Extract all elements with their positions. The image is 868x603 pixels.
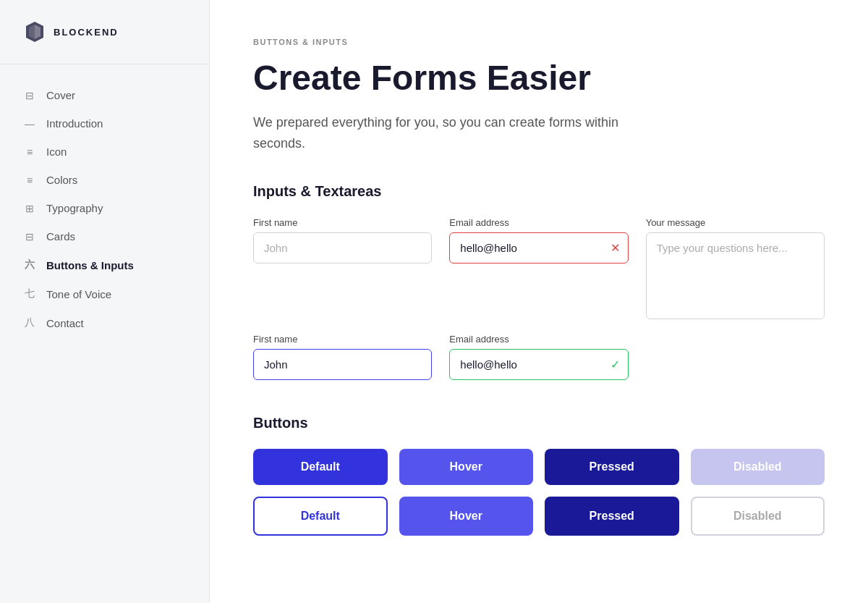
inputs-section-title: Inputs & Textareas bbox=[253, 183, 825, 200]
inputs-section: Inputs & Textareas First name Email addr… bbox=[253, 183, 825, 380]
logo-text: BLOCKEND bbox=[54, 27, 119, 38]
icon-icon: ≡ bbox=[23, 146, 36, 158]
cover-icon: ⊟ bbox=[23, 90, 36, 101]
btn-primary-disabled: Disabled bbox=[691, 449, 825, 485]
typography-icon: ⊞ bbox=[23, 203, 36, 214]
sidebar: BLOCKEND ⊟ Cover — Introduction ≡ Icon ≡… bbox=[0, 0, 210, 603]
sidebar-item-label-cover: Cover bbox=[46, 89, 75, 101]
first-name-input-2[interactable] bbox=[253, 349, 432, 380]
first-name-label-2: First name bbox=[253, 334, 432, 345]
sidebar-item-icon[interactable]: ≡ Icon bbox=[0, 138, 209, 165]
sidebar-item-label-icon: Icon bbox=[46, 146, 67, 158]
logo: BLOCKEND bbox=[0, 0, 209, 64]
sidebar-divider bbox=[0, 64, 209, 64]
email-group-1: Email address ✕ bbox=[449, 217, 628, 319]
email-input-2[interactable] bbox=[449, 349, 628, 380]
sidebar-item-label-buttons-inputs: Buttons & Inputs bbox=[46, 259, 134, 271]
message-label: Your message bbox=[646, 217, 825, 228]
sidebar-item-cards[interactable]: ⊟ Cards bbox=[0, 223, 209, 250]
first-name-input-1[interactable] bbox=[253, 232, 432, 263]
email-input-wrapper-2: ✓ bbox=[449, 349, 628, 380]
sidebar-item-buttons-inputs[interactable]: 六 Buttons & Inputs bbox=[0, 251, 209, 279]
placeholder-group bbox=[646, 334, 825, 380]
sidebar-item-label-typography: Typography bbox=[46, 202, 103, 214]
cards-icon: ⊟ bbox=[23, 231, 36, 243]
sidebar-nav: ⊟ Cover — Introduction ≡ Icon ≡ Colors ⊞… bbox=[0, 82, 209, 337]
sidebar-item-introduction[interactable]: — Introduction bbox=[0, 110, 209, 137]
first-name-group-2: First name bbox=[253, 334, 432, 380]
buttons-section-title: Buttons bbox=[253, 415, 825, 431]
message-textarea[interactable] bbox=[646, 232, 825, 319]
first-name-group-1: First name bbox=[253, 217, 432, 319]
page-subtitle: We prepared everything for you, so you c… bbox=[253, 112, 629, 154]
tone-of-voice-icon: 七 bbox=[23, 287, 36, 300]
logo-icon bbox=[23, 20, 46, 43]
email-label-2: Email address bbox=[449, 334, 628, 345]
btn-outline-hover[interactable]: Hover bbox=[399, 497, 534, 536]
btn-primary-hover[interactable]: Hover bbox=[399, 449, 534, 485]
breadcrumb: BUTTONS & INPUTS bbox=[253, 38, 825, 46]
form-row-1: First name Email address ✕ Your message bbox=[253, 217, 825, 319]
first-name-label-1: First name bbox=[253, 217, 432, 228]
colors-icon: ≡ bbox=[23, 174, 36, 186]
sidebar-item-label-contact: Contact bbox=[46, 317, 84, 329]
sidebar-item-contact[interactable]: 八 Contact bbox=[0, 309, 209, 337]
email-input-1[interactable] bbox=[449, 232, 628, 263]
message-group: Your message bbox=[646, 217, 825, 319]
buttons-row-2: Default Hover Pressed Disabled bbox=[253, 497, 825, 536]
email-label-1: Email address bbox=[449, 217, 628, 228]
sidebar-item-tone-of-voice[interactable]: 七 Tone of Voice bbox=[0, 280, 209, 308]
buttons-row-1: Default Hover Pressed Disabled bbox=[253, 449, 825, 485]
btn-outline-pressed[interactable]: Pressed bbox=[545, 497, 679, 536]
form-row-2: First name Email address ✓ bbox=[253, 334, 825, 380]
email-input-wrapper-1: ✕ bbox=[449, 232, 628, 263]
main-content: BUTTONS & INPUTS Create Forms Easier We … bbox=[210, 0, 868, 603]
btn-primary-default[interactable]: Default bbox=[253, 449, 388, 485]
contact-icon: 八 bbox=[23, 316, 36, 329]
sidebar-item-label-cards: Cards bbox=[46, 230, 75, 243]
page-title: Create Forms Easier bbox=[253, 58, 825, 98]
buttons-inputs-icon: 六 bbox=[23, 258, 36, 271]
introduction-icon: — bbox=[23, 118, 36, 130]
sidebar-item-typography[interactable]: ⊞ Typography bbox=[0, 195, 209, 222]
sidebar-item-cover[interactable]: ⊟ Cover bbox=[0, 82, 209, 109]
btn-outline-disabled: Disabled bbox=[691, 497, 825, 536]
btn-outline-default[interactable]: Default bbox=[253, 497, 388, 536]
sidebar-item-colors[interactable]: ≡ Colors bbox=[0, 166, 209, 193]
email-group-2: Email address ✓ bbox=[449, 334, 628, 380]
sidebar-item-label-tone-of-voice: Tone of Voice bbox=[46, 288, 111, 300]
buttons-section: Buttons Default Hover Pressed Disabled D… bbox=[253, 415, 825, 536]
sidebar-item-label-colors: Colors bbox=[46, 174, 77, 186]
btn-primary-pressed[interactable]: Pressed bbox=[545, 449, 679, 485]
sidebar-item-label-introduction: Introduction bbox=[46, 117, 103, 130]
